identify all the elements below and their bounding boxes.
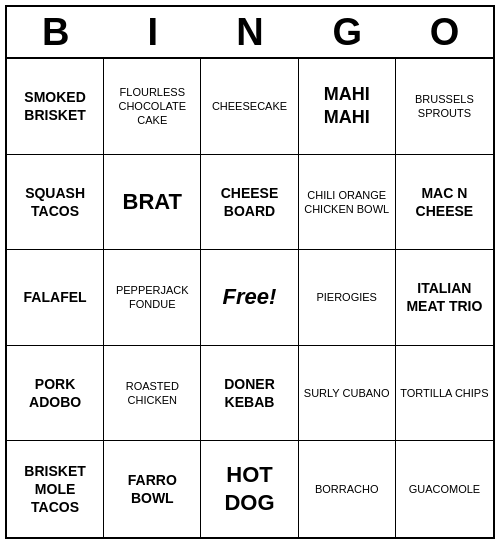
bingo-cell-6: BRAT: [104, 155, 201, 251]
header-o: O: [396, 6, 493, 58]
cell-text-8: CHILI ORANGE CHICKEN BOWL: [303, 188, 391, 217]
cell-text-11: PEPPERJACK FONDUE: [108, 283, 196, 312]
cell-text-13: PIEROGIES: [316, 290, 377, 304]
cell-text-15: PORK ADOBO: [11, 375, 99, 411]
cell-text-1: FLOURLESS CHOCOLATE CAKE: [108, 85, 196, 128]
bingo-cell-4: BRUSSELS SPROUTS: [396, 59, 493, 155]
bingo-cell-2: CHEESECAKE: [201, 59, 298, 155]
bingo-cell-22: HOT DOG: [201, 441, 298, 537]
cell-text-16: ROASTED CHICKEN: [108, 379, 196, 408]
cell-text-20: BRISKET MOLE TACOS: [11, 462, 99, 517]
bingo-cell-13: PIEROGIES: [299, 250, 396, 346]
cell-text-17: DONER KEBAB: [205, 375, 293, 411]
bingo-cell-11: PEPPERJACK FONDUE: [104, 250, 201, 346]
bingo-card: B I N G O SMOKED BRISKETFLOURLESS CHOCOL…: [5, 5, 495, 539]
cell-text-4: BRUSSELS SPROUTS: [400, 92, 489, 121]
bingo-cell-14: ITALIAN MEAT TRIO: [396, 250, 493, 346]
cell-text-12: Free!: [223, 283, 277, 312]
cell-text-0: SMOKED BRISKET: [11, 88, 99, 124]
header-n: N: [201, 6, 298, 58]
bingo-cell-1: FLOURLESS CHOCOLATE CAKE: [104, 59, 201, 155]
bingo-cell-0: SMOKED BRISKET: [7, 59, 104, 155]
bingo-cell-23: BORRACHO: [299, 441, 396, 537]
cell-text-19: TORTILLA CHIPS: [400, 386, 488, 400]
cell-text-9: MAC N CHEESE: [400, 184, 489, 220]
cell-text-3: MAHI MAHI: [303, 83, 391, 130]
cell-text-24: GUACOMOLE: [409, 482, 481, 496]
header-g: G: [299, 6, 396, 58]
bingo-cell-9: MAC N CHEESE: [396, 155, 493, 251]
bingo-cell-15: PORK ADOBO: [7, 346, 104, 442]
cell-text-18: SURLY CUBANO: [304, 386, 390, 400]
bingo-cell-17: DONER KEBAB: [201, 346, 298, 442]
cell-text-7: CHEESE BOARD: [205, 184, 293, 220]
bingo-cell-19: TORTILLA CHIPS: [396, 346, 493, 442]
cell-text-10: FALAFEL: [24, 288, 87, 306]
bingo-grid: SMOKED BRISKETFLOURLESS CHOCOLATE CAKECH…: [7, 59, 493, 537]
header-i: I: [104, 6, 201, 58]
cell-text-2: CHEESECAKE: [212, 99, 287, 113]
cell-text-23: BORRACHO: [315, 482, 379, 496]
bingo-cell-5: SQUASH TACOS: [7, 155, 104, 251]
header-b: B: [7, 6, 104, 58]
bingo-cell-21: FARRO BOWL: [104, 441, 201, 537]
cell-text-6: BRAT: [123, 188, 182, 217]
bingo-cell-20: BRISKET MOLE TACOS: [7, 441, 104, 537]
cell-text-5: SQUASH TACOS: [11, 184, 99, 220]
cell-text-22: HOT DOG: [205, 461, 293, 518]
bingo-cell-12: Free!: [201, 250, 298, 346]
bingo-header: B I N G O: [7, 7, 493, 59]
bingo-cell-10: FALAFEL: [7, 250, 104, 346]
bingo-cell-3: MAHI MAHI: [299, 59, 396, 155]
bingo-cell-8: CHILI ORANGE CHICKEN BOWL: [299, 155, 396, 251]
bingo-cell-18: SURLY CUBANO: [299, 346, 396, 442]
bingo-cell-24: GUACOMOLE: [396, 441, 493, 537]
cell-text-21: FARRO BOWL: [108, 471, 196, 507]
cell-text-14: ITALIAN MEAT TRIO: [400, 279, 489, 315]
bingo-cell-16: ROASTED CHICKEN: [104, 346, 201, 442]
bingo-cell-7: CHEESE BOARD: [201, 155, 298, 251]
